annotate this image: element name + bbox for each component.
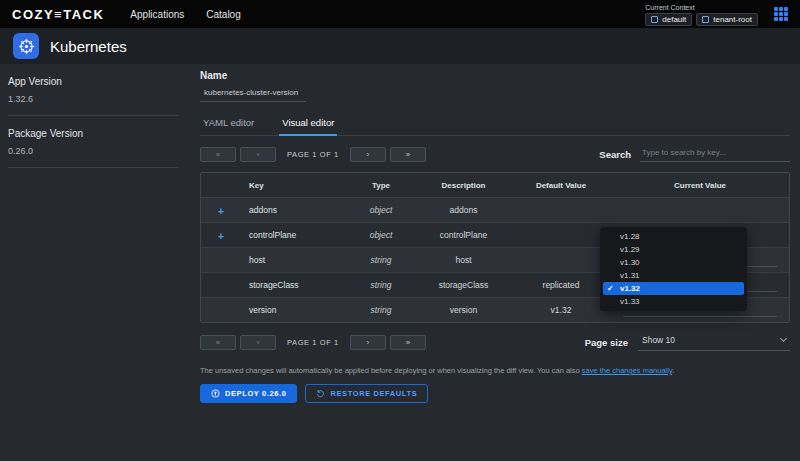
row-description: storageClass <box>416 280 511 290</box>
row-type: object <box>346 230 416 240</box>
deploy-icon <box>211 389 220 398</box>
context-badge-default[interactable]: default <box>645 13 692 26</box>
page-indicator: PAGE 1 OF 1 <box>287 338 339 347</box>
last-page-button[interactable]: » <box>390 335 426 350</box>
default-value-column-header: Default Value <box>511 181 611 190</box>
row-description: addons <box>416 205 511 215</box>
main-nav: Applications Catalog <box>130 9 240 20</box>
tenant-icon <box>702 16 709 23</box>
restore-button-label: RESTORE DEFAULTS <box>330 389 417 398</box>
table-controls-bottom: « ‹ PAGE 1 OF 1 › » Page size Show 10 <box>200 333 790 351</box>
tab-visual-editor[interactable]: Visual editor <box>279 111 337 136</box>
tab-yaml-editor[interactable]: YAML editor <box>200 111 257 135</box>
table-header-row: Key Type Description Default Value Curre… <box>201 173 789 197</box>
dropdown-option-v1-30[interactable]: ✓ v1.30 <box>603 256 744 269</box>
current-value-column-header: Current Value <box>611 181 789 190</box>
context-icon <box>651 16 658 23</box>
topbar-right: Current Context default tenant-root <box>645 2 788 26</box>
editor-tabs: YAML editor Visual editor <box>200 111 790 136</box>
apps-grid-icon[interactable] <box>774 7 788 21</box>
context-badge-label: default <box>662 15 686 24</box>
action-buttons: DEPLOY 0.26.0 RESTORE DEFAULTS <box>200 384 790 403</box>
note-text: . <box>672 366 674 375</box>
dropdown-option-label: v1.29 <box>620 245 640 254</box>
next-page-button[interactable]: › <box>350 335 386 350</box>
row-key: addons <box>241 205 346 215</box>
key-column-header: Key <box>241 181 346 190</box>
chevron-down-icon <box>780 335 787 342</box>
package-version-label: Package Version <box>8 128 178 139</box>
description-column-header: Description <box>416 181 511 190</box>
context-badge-tenant-root[interactable]: tenant-root <box>696 13 758 26</box>
check-icon: ✓ <box>607 284 614 293</box>
row-description: controlPlane <box>416 230 511 240</box>
version-dropdown-menu: ✓ v1.28 ✓ v1.29 ✓ v1.30 ✓ v1.31 ✓ v1.32 … <box>600 227 747 311</box>
pagination-top: « ‹ PAGE 1 OF 1 › » <box>200 147 426 162</box>
app-header: Kubernetes <box>0 28 800 64</box>
table-row-addons: + addons object addons <box>201 197 789 222</box>
dropdown-option-label: v1.28 <box>620 232 640 241</box>
topbar: COZY≡TACK Applications Catalog Current C… <box>0 0 800 28</box>
dropdown-option-v1-28[interactable]: ✓ v1.28 <box>603 230 744 243</box>
nav-applications[interactable]: Applications <box>130 9 184 20</box>
current-context-label: Current Context <box>645 4 758 11</box>
restore-icon <box>316 389 325 398</box>
row-type: string <box>346 305 416 315</box>
dropdown-option-label: v1.30 <box>620 258 640 267</box>
first-page-button[interactable]: « <box>200 147 236 162</box>
package-version-block: Package Version 0.26.0 <box>0 116 188 168</box>
expand-icon[interactable]: + <box>218 205 224 217</box>
search-area: Search <box>599 146 790 162</box>
row-key: controlPlane <box>241 230 346 240</box>
first-page-button[interactable]: « <box>200 335 236 350</box>
page-size-select[interactable]: Show 10 <box>638 333 790 351</box>
current-context: Current Context default tenant-root <box>645 2 758 26</box>
package-version-value: 0.26.0 <box>8 146 178 168</box>
dropdown-option-label: v1.31 <box>620 271 640 280</box>
row-type: string <box>346 255 416 265</box>
dropdown-option-label: v1.32 <box>620 284 640 293</box>
restore-defaults-button[interactable]: RESTORE DEFAULTS <box>305 384 428 403</box>
deploy-button[interactable]: DEPLOY 0.26.0 <box>200 384 297 403</box>
name-input[interactable] <box>200 86 306 102</box>
page-size-area: Page size Show 10 <box>585 333 790 351</box>
page-size-value: Show 10 <box>642 335 675 345</box>
sidebar: App Version 1.32.6 Package Version 0.26.… <box>0 64 188 168</box>
app-version-block: App Version 1.32.6 <box>0 64 188 116</box>
app-version-value: 1.32.6 <box>8 94 178 116</box>
name-field-label: Name <box>200 70 790 81</box>
next-page-button[interactable]: › <box>350 147 386 162</box>
page-title: Kubernetes <box>50 38 127 55</box>
note-text: The unsaved changes will automatically b… <box>200 366 582 375</box>
row-key: host <box>241 255 346 265</box>
row-description: host <box>416 255 511 265</box>
dropdown-option-v1-32[interactable]: ✓ v1.32 <box>603 282 744 295</box>
prev-page-button[interactable]: ‹ <box>240 335 276 350</box>
row-default-value: replicated <box>511 280 611 290</box>
dropdown-option-v1-33[interactable]: ✓ v1.33 <box>603 295 744 308</box>
page-size-label: Page size <box>585 337 628 348</box>
last-page-button[interactable]: » <box>390 147 426 162</box>
row-key: version <box>241 305 346 315</box>
save-changes-link[interactable]: save the changes manually <box>582 366 672 375</box>
cozystack-logo[interactable]: COZY≡TACK <box>12 7 104 22</box>
dropdown-option-label: v1.33 <box>620 297 640 306</box>
prev-page-button[interactable]: ‹ <box>240 147 276 162</box>
deploy-button-label: DEPLOY 0.26.0 <box>225 389 286 398</box>
unsaved-changes-note: The unsaved changes will automatically b… <box>200 366 790 375</box>
row-type: string <box>346 280 416 290</box>
context-badges: default tenant-root <box>645 13 758 26</box>
nav-catalog[interactable]: Catalog <box>206 9 240 20</box>
dropdown-option-v1-29[interactable]: ✓ v1.29 <box>603 243 744 256</box>
row-default-value: v1.32 <box>511 305 611 315</box>
row-type: object <box>346 205 416 215</box>
pagination-bottom: « ‹ PAGE 1 OF 1 › » <box>200 335 426 350</box>
app-version-label: App Version <box>8 76 178 87</box>
search-input[interactable] <box>640 146 790 162</box>
row-description: version <box>416 305 511 315</box>
table-controls-top: « ‹ PAGE 1 OF 1 › » Search <box>200 146 790 162</box>
type-column-header: Type <box>346 181 416 190</box>
expand-icon[interactable]: + <box>218 230 224 242</box>
row-key: storageClass <box>241 280 346 290</box>
dropdown-option-v1-31[interactable]: ✓ v1.31 <box>603 269 744 282</box>
